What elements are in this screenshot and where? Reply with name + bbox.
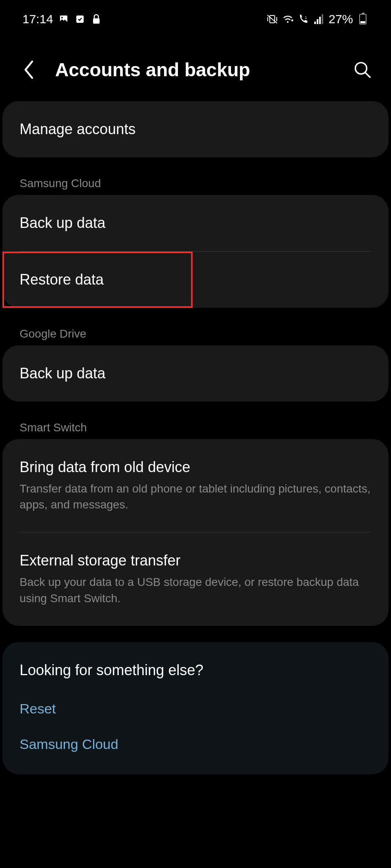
external-storage-desc: Back up your data to a USB storage devic…	[20, 574, 371, 606]
status-bar: 17:14 1 27%	[0, 0, 391, 34]
google-backup-label: Back up data	[20, 365, 371, 382]
header: Accounts and backup	[0, 34, 391, 101]
google-backup-item[interactable]: Back up data	[2, 345, 389, 402]
battery-icon	[357, 13, 369, 25]
status-right: 1 27%	[267, 12, 369, 26]
external-storage-item[interactable]: External storage transfer Back up your d…	[2, 532, 389, 625]
volte-icon: 1	[298, 13, 309, 25]
samsung-cloud-card: Back up data Restore data	[2, 195, 389, 308]
svg-marker-8	[291, 19, 293, 22]
page-title: Accounts and backup	[55, 59, 336, 81]
svg-line-11	[365, 73, 370, 77]
footer-card: Looking for something else? Reset Samsun…	[2, 642, 389, 774]
reset-link[interactable]: Reset	[2, 691, 389, 727]
svg-text:1: 1	[305, 15, 307, 20]
google-drive-header: Google Drive	[2, 320, 389, 345]
smart-switch-header: Smart Switch	[2, 414, 389, 439]
footer-title: Looking for something else?	[2, 642, 389, 691]
samsung-cloud-header: Samsung Cloud	[2, 170, 389, 195]
chevron-left-icon	[22, 60, 35, 80]
google-drive-card: Back up data	[2, 345, 389, 402]
samsung-backup-item[interactable]: Back up data	[2, 195, 389, 251]
vibrate-icon	[267, 13, 278, 25]
status-time: 17:14	[22, 12, 53, 26]
samsung-cloud-link[interactable]: Samsung Cloud	[2, 727, 389, 762]
search-button[interactable]	[352, 60, 373, 80]
back-button[interactable]	[18, 60, 39, 80]
status-left: 17:14	[22, 12, 102, 26]
content: Manage accounts Samsung Cloud Back up da…	[0, 101, 391, 774]
signal-icon	[313, 13, 324, 25]
samsung-restore-item[interactable]: Restore data	[2, 252, 193, 308]
svg-rect-3	[93, 18, 100, 24]
bring-data-item[interactable]: Bring data from old device Transfer data…	[2, 439, 389, 532]
svg-point-1	[61, 17, 63, 18]
manage-accounts-item[interactable]: Manage accounts	[2, 101, 389, 157]
search-icon	[353, 61, 371, 79]
samsung-backup-label: Back up data	[20, 214, 371, 232]
external-storage-title: External storage transfer	[20, 552, 371, 569]
checkbox-icon	[74, 13, 86, 25]
bring-data-title: Bring data from old device	[20, 459, 371, 476]
manage-accounts-card: Manage accounts	[2, 101, 389, 157]
samsung-restore-label: Restore data	[20, 271, 176, 288]
battery-percent: 27%	[329, 12, 353, 26]
lock-icon	[91, 13, 102, 25]
svg-line-7	[267, 15, 277, 23]
smart-switch-card: Bring data from old device Transfer data…	[2, 439, 389, 626]
wifi-icon	[282, 13, 293, 25]
bring-data-desc: Transfer data from an old phone or table…	[20, 481, 371, 512]
image-icon	[58, 13, 69, 25]
manage-accounts-label: Manage accounts	[20, 121, 371, 138]
